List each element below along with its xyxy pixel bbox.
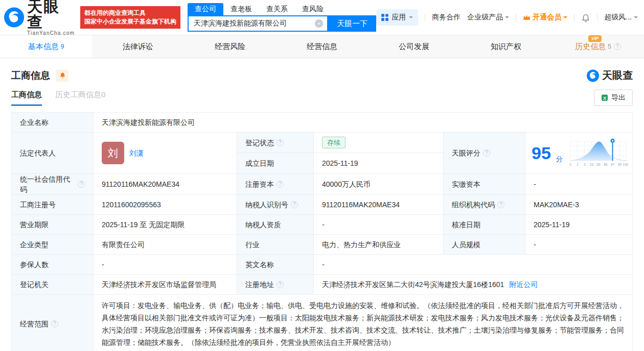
search-tab-risk[interactable]: 查风险	[295, 3, 331, 15]
help-icon[interactable]: ?	[277, 281, 284, 288]
brand-watermark: 天眼查	[587, 69, 633, 82]
help-icon[interactable]: ?	[614, 43, 621, 50]
svg-text:97: 97	[611, 163, 615, 166]
chevron-down-icon	[505, 16, 509, 20]
open-member-button[interactable]: 开通会员	[523, 13, 567, 22]
business-info-table: 企业名称 天津滨海建投新能源有限公司 法定代表人 刘 刘潇 登记状态 ? 存续 …	[11, 112, 633, 351]
field-value-est-date: 2025-11-19	[314, 153, 444, 173]
svg-text:3: 3	[584, 163, 586, 166]
score-distribution-chart: 0 1 3 15 50 85 97 99 100	[568, 137, 628, 169]
nearby-companies-link[interactable]: 附近公司	[509, 279, 538, 290]
notification-bell-icon[interactable]	[581, 13, 590, 22]
field-label-approve-date: 核准日期	[444, 215, 525, 234]
logo-title: 天眼查	[27, 0, 75, 30]
avatar[interactable]: 刘	[102, 142, 124, 164]
legal-rep-name-link[interactable]: 刘潇	[129, 148, 144, 158]
divider	[574, 14, 574, 21]
search-tab-boss[interactable]: 查老板	[223, 3, 259, 15]
section-title: 工商信息	[11, 69, 50, 82]
export-label: 导出	[611, 93, 626, 102]
taxpayer-id-label-text: 纳税人识别号	[245, 200, 288, 210]
help-icon[interactable]: ?	[277, 139, 284, 146]
tab-company-development-label: 公司发展	[399, 42, 429, 52]
super-risk-label: 超级风...	[604, 13, 632, 22]
field-label-org-code: 组织机构代码 ?	[444, 195, 525, 214]
tab-legal-litigation-label: 法律诉讼	[123, 42, 153, 52]
tab-company-development[interactable]: 公司发展	[368, 35, 460, 58]
table-row: 企业名称 天津滨海建投新能源有限公司	[12, 113, 632, 133]
field-value-company-name: 天津滨海建投新能源有限公司	[94, 113, 632, 132]
address-text: 天津经济技术开发区第二大街42号滨海建投大厦16楼1601	[322, 279, 504, 290]
table-row: 企业类型 有限责任公司 行业 电力、热力生产和供应业 人员规模 -	[12, 235, 632, 255]
search-tab-company[interactable]: 查公司	[188, 3, 223, 15]
field-value-company-type: 有限责任公司	[94, 235, 237, 254]
field-value-authority: 天津经济技术开发区市场监督管理局	[94, 275, 237, 294]
crown-icon	[523, 14, 531, 20]
tab-basic-info[interactable]: 基本信息 9	[0, 35, 92, 58]
help-icon[interactable]: ?	[277, 181, 284, 188]
business-cooperation-link[interactable]: 商务合作	[432, 13, 461, 22]
enterprise-product-link[interactable]: 企业级产品	[467, 13, 509, 22]
field-label-staff-size: 人员规模	[444, 235, 525, 254]
tab-operation-risk[interactable]: 经营风险	[184, 35, 276, 58]
field-label-company-name: 企业名称	[12, 113, 94, 132]
table-row: 营业期限 2025-11-19 至 无固定期限 纳税人资质 - 核准日期 202…	[12, 215, 632, 235]
help-icon[interactable]: ?	[78, 181, 85, 188]
field-label-est-date: 成立日期	[237, 153, 314, 173]
subtab-business-info[interactable]: 工商信息	[11, 90, 42, 106]
open-member-label: 开通会员	[533, 13, 561, 22]
tab-operation-info[interactable]: 经营信息	[276, 35, 368, 58]
tab-intellectual-property[interactable]: 知识产权	[460, 35, 552, 58]
tab-intellectual-property-label: 知识产权	[491, 42, 521, 52]
brand-logo-icon	[587, 70, 599, 82]
field-value-reg-capital: 40000万人民币	[314, 174, 444, 194]
table-row: 参保人数 - 英文名称 -	[12, 255, 632, 275]
credit-code-label-text: 统一社会信用代码	[20, 174, 75, 194]
search-button[interactable]: 天眼一下	[328, 15, 376, 32]
help-icon[interactable]: ?	[51, 320, 58, 327]
svg-text:15: 15	[589, 163, 593, 166]
tab-history-info-count: 5	[608, 43, 611, 50]
tab-operation-risk-label: 经营风险	[215, 42, 245, 52]
tab-basic-info-label: 基本信息	[28, 42, 59, 52]
enterprise-product-label: 企业级产品	[467, 13, 503, 22]
table-row: 经营范围 ? 许可项目：发电业务、输电业务、供（配）电业务；输电、供电、受电电力…	[12, 295, 632, 351]
field-value-legal-rep: 刘 刘潇	[94, 133, 237, 173]
field-label-taxpayer-quality: 纳税人资质	[237, 215, 314, 234]
tab-legal-litigation[interactable]: 法律诉讼	[92, 35, 184, 58]
slogan-badge: 都在用的商业查询工具 国家中小企业发展子基金旗下机构	[80, 6, 180, 29]
field-label-taxpayer-id: 纳税人识别号 ?	[237, 195, 314, 214]
apps-button[interactable]: 应用	[376, 9, 418, 26]
help-icon[interactable]: ?	[483, 149, 490, 157]
field-label-reg-capital: 注册资本 ?	[237, 174, 314, 194]
field-value-paid-capital: -	[525, 174, 632, 194]
field-label-industry: 行业	[237, 235, 314, 254]
field-label-address: 注册地址 ?	[237, 275, 314, 294]
score-unit: 分	[556, 154, 563, 164]
top-header: 天眼查 TianYanCha.com 都在用的商业查询工具 国家中小企业发展子基…	[0, 0, 644, 35]
tab-operation-info-label: 经营信息	[307, 42, 337, 52]
subscribe-bell-icon[interactable]	[56, 70, 68, 82]
reg-status-label-text: 登记状态	[245, 138, 274, 148]
svg-text:1: 1	[577, 163, 579, 166]
field-label-score: 天眼评分 ?	[444, 133, 525, 173]
help-icon[interactable]: ?	[291, 201, 298, 208]
help-icon[interactable]: ?	[497, 201, 504, 208]
export-button[interactable]: X 导出	[594, 90, 633, 106]
field-value-term: 2025-11-19 至 无固定期限	[94, 215, 237, 234]
subtab-history-business-info[interactable]: 历史工商信息0	[55, 90, 105, 106]
tab-basic-info-count: 9	[61, 43, 64, 50]
clear-icon[interactable]: ×	[315, 19, 323, 28]
apps-grid-icon	[381, 14, 388, 21]
field-value-english-name: -	[314, 255, 632, 274]
search-input[interactable]	[194, 19, 315, 28]
search-tab-relation[interactable]: 查关系	[259, 3, 295, 15]
field-value-address: 天津经济技术开发区第二大街42号滨海建投大厦16楼1601 附近公司	[314, 275, 632, 294]
tab-history-info[interactable]: 历史信息 VIP 5 ?	[552, 35, 644, 58]
score-label-text: 天眼评分	[452, 148, 480, 158]
svg-text:50: 50	[596, 163, 601, 166]
field-label-legal-rep: 法定代表人	[12, 133, 94, 173]
status-badge: 存续	[322, 137, 346, 148]
tianyancha-logo[interactable]: 天眼查 TianYanCha.com	[4, 0, 75, 36]
super-risk-link[interactable]: 超级风...	[604, 13, 638, 22]
